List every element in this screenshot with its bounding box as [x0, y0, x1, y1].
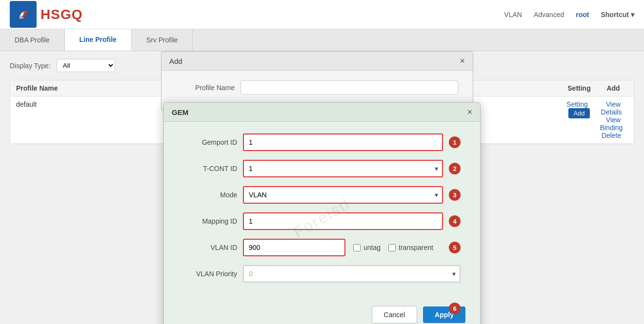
- step-badge-4: 4: [449, 215, 461, 227]
- tab-dba-profile[interactable]: DBA Profile: [0, 29, 65, 51]
- nav-shortcut[interactable]: Shortcut ▾: [601, 11, 634, 19]
- nav-vlan[interactable]: VLAN: [504, 11, 522, 19]
- display-type-select[interactable]: All: [57, 59, 115, 72]
- tcont-id-select[interactable]: 1 2 3: [243, 160, 443, 177]
- chevron-down-icon: ▾: [631, 11, 634, 19]
- vlan-priority-select[interactable]: 0 1 2 3 4 5 6 7: [243, 265, 461, 283]
- row-setting: Setting Add: [560, 100, 599, 139]
- mapping-id-label: Mapping ID: [183, 217, 237, 225]
- tcont-id-row: T-CONT ID 1 2 3 2: [183, 160, 461, 177]
- main-area: Display Type: All Profile Name Setting A…: [0, 51, 644, 324]
- vlan-id-input[interactable]: [243, 239, 345, 256]
- col-add: Add: [599, 84, 628, 92]
- vlan-id-controls: untag transparent: [243, 239, 443, 256]
- setting-link[interactable]: Setting: [566, 100, 588, 108]
- mapping-id-row: Mapping ID 4: [183, 212, 461, 230]
- gem-modal-body: Gemport ID 1 T-CONT ID 1 2 3 2: [164, 122, 480, 301]
- step-badge-3: 3: [449, 189, 461, 201]
- gem-modal: GEM × Gemport ID 1 T-CONT ID 1 2 3: [163, 102, 481, 324]
- transparent-checkbox-label[interactable]: transparent: [388, 244, 433, 251]
- gemport-id-input[interactable]: [243, 133, 443, 151]
- tcont-id-field: 1 2 3: [243, 160, 443, 177]
- tab-line-profile[interactable]: Line Profile: [65, 29, 132, 51]
- logo-icon: [10, 1, 37, 28]
- step-badge-1: 1: [449, 136, 461, 148]
- step-badge-5: 5: [449, 242, 461, 253]
- tcont-id-label: T-CONT ID: [183, 165, 237, 172]
- mode-row: Mode VLAN TLS 3: [183, 186, 461, 204]
- view-binding-link[interactable]: View Binding: [600, 116, 623, 132]
- delete-link[interactable]: Delete: [602, 132, 621, 139]
- gem-modal-close[interactable]: ×: [467, 108, 472, 116]
- profile-name-label: Profile Name: [176, 84, 235, 92]
- step-badge-6: 6: [449, 303, 461, 314]
- untag-checkbox-label[interactable]: untag: [353, 244, 381, 251]
- mode-field: VLAN TLS: [243, 186, 443, 204]
- add-modal-header: Add ×: [161, 52, 473, 71]
- row-actions: View Details View Binding Delete: [599, 100, 628, 139]
- transparent-label: transparent: [399, 244, 433, 251]
- vlan-priority-label: VLAN Priority: [183, 270, 237, 278]
- vlan-id-label: VLAN ID: [183, 244, 237, 251]
- profile-name-row: Profile Name: [176, 80, 458, 95]
- apply-wrap: Apply 6: [423, 306, 465, 323]
- nav-advanced[interactable]: Advanced: [534, 11, 564, 19]
- tabs-bar: DBA Profile Line Profile Srv Profile: [0, 29, 644, 51]
- gem-modal-header: GEM ×: [164, 103, 480, 122]
- vlan-priority-row: VLAN Priority 0 1 2 3 4 5 6 7: [183, 265, 461, 283]
- col-setting: Setting: [560, 84, 599, 92]
- step-badge-2: 2: [449, 163, 461, 174]
- nav-user[interactable]: root: [576, 11, 589, 19]
- header-nav: VLAN Advanced root Shortcut ▾: [504, 11, 634, 19]
- logo-area: HSGQ: [10, 1, 82, 28]
- vlan-priority-field: 0 1 2 3 4 5 6 7: [243, 265, 461, 283]
- view-details-link[interactable]: View Details: [601, 100, 622, 116]
- mapping-id-field: [243, 212, 443, 230]
- tab-srv-profile[interactable]: Srv Profile: [132, 29, 193, 51]
- add-button-table[interactable]: Add: [568, 108, 589, 118]
- gem-modal-footer: Cancel Apply 6: [164, 301, 480, 324]
- add-modal-title: Add: [169, 57, 182, 65]
- profile-name-input[interactable]: [241, 80, 458, 95]
- vlan-id-field: untag transparent: [243, 239, 443, 256]
- mode-label: Mode: [183, 191, 237, 199]
- display-type-label: Display Type:: [10, 62, 51, 70]
- logo-text: HSGQ: [40, 7, 82, 22]
- mode-select[interactable]: VLAN TLS: [243, 186, 443, 204]
- cancel-button[interactable]: Cancel: [372, 306, 418, 324]
- add-modal-close[interactable]: ×: [460, 57, 465, 65]
- untag-checkbox[interactable]: [353, 244, 361, 251]
- mapping-id-input[interactable]: [243, 212, 443, 230]
- gemport-id-row: Gemport ID 1: [183, 133, 461, 151]
- header: HSGQ VLAN Advanced root Shortcut ▾: [0, 0, 644, 29]
- gem-modal-title: GEM: [172, 108, 188, 116]
- transparent-checkbox[interactable]: [388, 244, 396, 251]
- untag-label: untag: [363, 244, 381, 251]
- add-modal: Add × Profile Name: [161, 51, 473, 111]
- vlan-id-row: VLAN ID untag transparent 5: [183, 239, 461, 256]
- gemport-id-field: [243, 133, 443, 151]
- gemport-id-label: Gemport ID: [183, 138, 237, 146]
